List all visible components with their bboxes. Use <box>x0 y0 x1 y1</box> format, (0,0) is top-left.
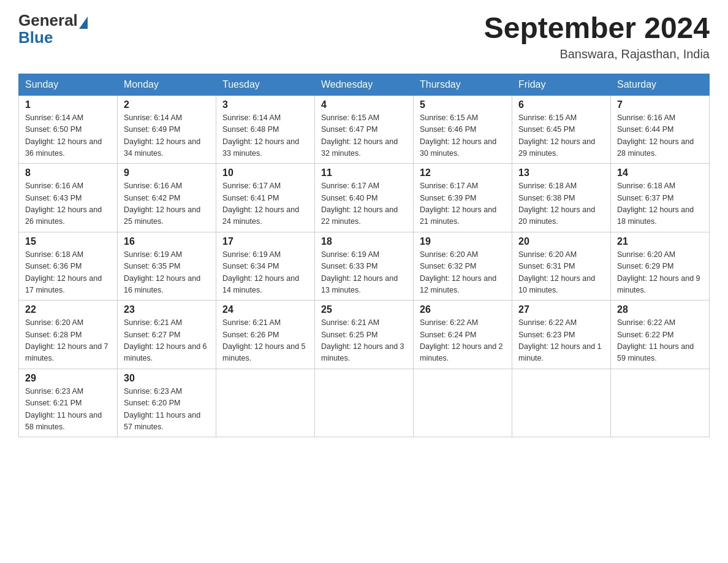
day-number: 6 <box>518 99 604 110</box>
day-info: Sunrise: 6:20 AMSunset: 6:29 PMDaylight:… <box>617 249 703 297</box>
calendar-cell: 17Sunrise: 6:19 AMSunset: 6:34 PMDayligh… <box>216 232 315 301</box>
location-subtitle: Banswara, Rajasthan, India <box>484 47 710 61</box>
day-info: Sunrise: 6:19 AMSunset: 6:35 PMDaylight:… <box>124 249 210 297</box>
day-number: 30 <box>124 373 210 384</box>
day-info: Sunrise: 6:15 AMSunset: 6:45 PMDaylight:… <box>518 112 604 160</box>
day-number: 3 <box>222 99 308 110</box>
calendar-cell <box>216 369 315 437</box>
day-info: Sunrise: 6:18 AMSunset: 6:37 PMDaylight:… <box>617 180 703 228</box>
calendar-cell: 1Sunrise: 6:14 AMSunset: 6:50 PMDaylight… <box>19 95 118 164</box>
day-number: 9 <box>124 167 210 178</box>
day-info: Sunrise: 6:21 AMSunset: 6:25 PMDaylight:… <box>321 317 407 365</box>
day-info: Sunrise: 6:18 AMSunset: 6:36 PMDaylight:… <box>25 249 111 297</box>
logo: General Blue <box>18 12 89 47</box>
header: General Blue September 2024 Banswara, Ra… <box>18 12 710 61</box>
day-number: 13 <box>518 167 604 178</box>
day-info: Sunrise: 6:20 AMSunset: 6:28 PMDaylight:… <box>25 317 111 365</box>
day-info: Sunrise: 6:23 AMSunset: 6:20 PMDaylight:… <box>124 386 210 434</box>
day-info: Sunrise: 6:16 AMSunset: 6:44 PMDaylight:… <box>617 112 703 160</box>
day-number: 21 <box>617 236 703 247</box>
calendar-cell: 26Sunrise: 6:22 AMSunset: 6:24 PMDayligh… <box>414 301 512 369</box>
day-info: Sunrise: 6:21 AMSunset: 6:26 PMDaylight:… <box>222 317 308 365</box>
day-info: Sunrise: 6:14 AMSunset: 6:48 PMDaylight:… <box>222 112 308 160</box>
day-number: 20 <box>518 236 604 247</box>
day-number: 15 <box>25 236 111 247</box>
day-number: 26 <box>420 304 506 315</box>
month-year-title: September 2024 <box>484 12 710 45</box>
calendar-cell: 18Sunrise: 6:19 AMSunset: 6:33 PMDayligh… <box>315 232 414 301</box>
calendar-cell: 8Sunrise: 6:16 AMSunset: 6:43 PMDaylight… <box>19 164 118 232</box>
calendar-cell: 27Sunrise: 6:22 AMSunset: 6:23 PMDayligh… <box>512 301 611 369</box>
day-number: 8 <box>25 167 111 178</box>
calendar-cell: 14Sunrise: 6:18 AMSunset: 6:37 PMDayligh… <box>611 164 710 232</box>
calendar-week-row: 1Sunrise: 6:14 AMSunset: 6:50 PMDaylight… <box>19 95 710 164</box>
day-number: 1 <box>25 99 111 110</box>
weekday-header-thursday: Thursday <box>414 74 512 95</box>
weekday-header-saturday: Saturday <box>611 74 710 95</box>
calendar-week-row: 29Sunrise: 6:23 AMSunset: 6:21 PMDayligh… <box>19 369 710 437</box>
day-info: Sunrise: 6:23 AMSunset: 6:21 PMDaylight:… <box>25 386 111 434</box>
calendar-cell: 2Sunrise: 6:14 AMSunset: 6:49 PMDaylight… <box>118 95 216 164</box>
calendar-cell <box>611 369 710 437</box>
weekday-header-friday: Friday <box>512 74 611 95</box>
day-info: Sunrise: 6:16 AMSunset: 6:42 PMDaylight:… <box>124 180 210 228</box>
calendar-cell: 23Sunrise: 6:21 AMSunset: 6:27 PMDayligh… <box>118 301 216 369</box>
day-info: Sunrise: 6:17 AMSunset: 6:40 PMDaylight:… <box>321 180 407 228</box>
calendar-cell: 21Sunrise: 6:20 AMSunset: 6:29 PMDayligh… <box>611 232 710 301</box>
day-number: 4 <box>321 99 407 110</box>
calendar-cell: 6Sunrise: 6:15 AMSunset: 6:45 PMDaylight… <box>512 95 611 164</box>
day-info: Sunrise: 6:22 AMSunset: 6:24 PMDaylight:… <box>420 317 506 365</box>
weekday-header-sunday: Sunday <box>19 74 118 95</box>
calendar-cell: 15Sunrise: 6:18 AMSunset: 6:36 PMDayligh… <box>19 232 118 301</box>
weekday-header-row: SundayMondayTuesdayWednesdayThursdayFrid… <box>19 74 710 95</box>
day-number: 12 <box>420 167 506 178</box>
day-number: 19 <box>420 236 506 247</box>
day-number: 14 <box>617 167 703 178</box>
day-number: 16 <box>124 236 210 247</box>
logo-triangle-icon <box>79 17 88 29</box>
calendar-cell: 10Sunrise: 6:17 AMSunset: 6:41 PMDayligh… <box>216 164 315 232</box>
calendar-cell: 4Sunrise: 6:15 AMSunset: 6:47 PMDaylight… <box>315 95 414 164</box>
day-number: 25 <box>321 304 407 315</box>
day-info: Sunrise: 6:22 AMSunset: 6:23 PMDaylight:… <box>518 317 604 365</box>
calendar-cell: 9Sunrise: 6:16 AMSunset: 6:42 PMDaylight… <box>118 164 216 232</box>
calendar-cell: 19Sunrise: 6:20 AMSunset: 6:32 PMDayligh… <box>414 232 512 301</box>
day-info: Sunrise: 6:22 AMSunset: 6:22 PMDaylight:… <box>617 317 703 365</box>
calendar-cell <box>315 369 414 437</box>
day-number: 5 <box>420 99 506 110</box>
calendar-cell: 25Sunrise: 6:21 AMSunset: 6:25 PMDayligh… <box>315 301 414 369</box>
day-number: 11 <box>321 167 407 178</box>
calendar-week-row: 8Sunrise: 6:16 AMSunset: 6:43 PMDaylight… <box>19 164 710 232</box>
day-info: Sunrise: 6:15 AMSunset: 6:46 PMDaylight:… <box>420 112 506 160</box>
day-number: 29 <box>25 373 111 384</box>
calendar-cell: 20Sunrise: 6:20 AMSunset: 6:31 PMDayligh… <box>512 232 611 301</box>
calendar-cell: 22Sunrise: 6:20 AMSunset: 6:28 PMDayligh… <box>19 301 118 369</box>
calendar-cell: 24Sunrise: 6:21 AMSunset: 6:26 PMDayligh… <box>216 301 315 369</box>
calendar-week-row: 22Sunrise: 6:20 AMSunset: 6:28 PMDayligh… <box>19 301 710 369</box>
day-number: 23 <box>124 304 210 315</box>
title-area: September 2024 Banswara, Rajasthan, Indi… <box>484 12 710 61</box>
weekday-header-wednesday: Wednesday <box>315 74 414 95</box>
day-info: Sunrise: 6:20 AMSunset: 6:32 PMDaylight:… <box>420 249 506 297</box>
day-number: 18 <box>321 236 407 247</box>
day-number: 22 <box>25 304 111 315</box>
calendar-table: SundayMondayTuesdayWednesdayThursdayFrid… <box>18 74 710 438</box>
day-info: Sunrise: 6:17 AMSunset: 6:39 PMDaylight:… <box>420 180 506 228</box>
calendar-cell: 12Sunrise: 6:17 AMSunset: 6:39 PMDayligh… <box>414 164 512 232</box>
day-number: 28 <box>617 304 703 315</box>
weekday-header-monday: Monday <box>118 74 216 95</box>
calendar-cell: 28Sunrise: 6:22 AMSunset: 6:22 PMDayligh… <box>611 301 710 369</box>
calendar-body: 1Sunrise: 6:14 AMSunset: 6:50 PMDaylight… <box>19 95 710 437</box>
day-info: Sunrise: 6:16 AMSunset: 6:43 PMDaylight:… <box>25 180 111 228</box>
day-info: Sunrise: 6:18 AMSunset: 6:38 PMDaylight:… <box>518 180 604 228</box>
calendar-header: SundayMondayTuesdayWednesdayThursdayFrid… <box>19 74 710 95</box>
calendar-week-row: 15Sunrise: 6:18 AMSunset: 6:36 PMDayligh… <box>19 232 710 301</box>
logo-general-text: General <box>18 12 78 28</box>
day-number: 7 <box>617 99 703 110</box>
calendar-cell: 7Sunrise: 6:16 AMSunset: 6:44 PMDaylight… <box>611 95 710 164</box>
day-number: 17 <box>222 236 308 247</box>
day-info: Sunrise: 6:19 AMSunset: 6:34 PMDaylight:… <box>222 249 308 297</box>
day-info: Sunrise: 6:17 AMSunset: 6:41 PMDaylight:… <box>222 180 308 228</box>
calendar-cell: 11Sunrise: 6:17 AMSunset: 6:40 PMDayligh… <box>315 164 414 232</box>
day-number: 2 <box>124 99 210 110</box>
